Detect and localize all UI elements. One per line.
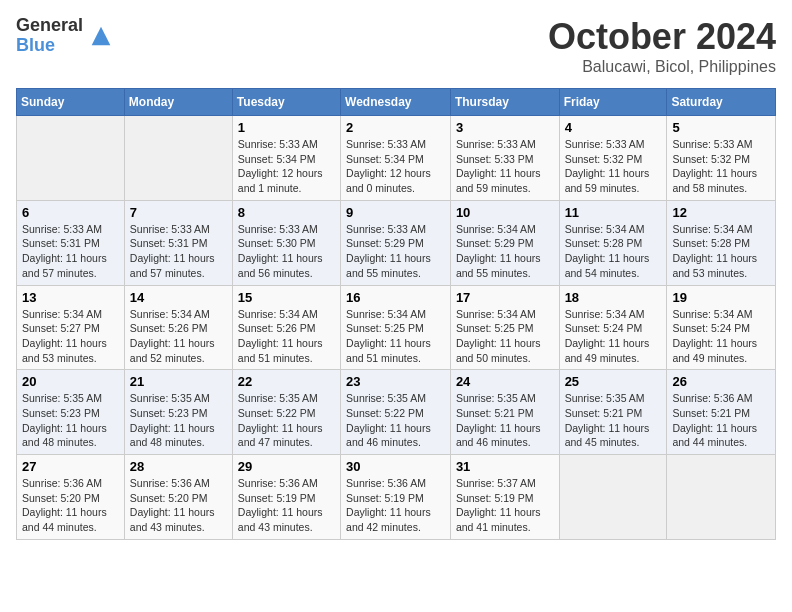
- calendar-cell: 27Sunrise: 5:36 AM Sunset: 5:20 PM Dayli…: [17, 455, 125, 540]
- day-info: Sunrise: 5:35 AM Sunset: 5:23 PM Dayligh…: [22, 392, 107, 448]
- calendar-cell: 9Sunrise: 5:33 AM Sunset: 5:29 PM Daylig…: [341, 200, 451, 285]
- day-info: Sunrise: 5:34 AM Sunset: 5:24 PM Dayligh…: [672, 308, 757, 364]
- day-number: 31: [456, 459, 554, 474]
- day-info: Sunrise: 5:36 AM Sunset: 5:19 PM Dayligh…: [346, 477, 431, 533]
- calendar-cell: 5Sunrise: 5:33 AM Sunset: 5:32 PM Daylig…: [667, 116, 776, 201]
- day-number: 7: [130, 205, 227, 220]
- weekday-header-sunday: Sunday: [17, 89, 125, 116]
- day-number: 26: [672, 374, 770, 389]
- calendar-table: SundayMondayTuesdayWednesdayThursdayFrid…: [16, 88, 776, 540]
- day-number: 17: [456, 290, 554, 305]
- day-number: 3: [456, 120, 554, 135]
- logo-general: General: [16, 16, 83, 36]
- weekday-header-saturday: Saturday: [667, 89, 776, 116]
- calendar-cell: 21Sunrise: 5:35 AM Sunset: 5:23 PM Dayli…: [124, 370, 232, 455]
- day-number: 24: [456, 374, 554, 389]
- weekday-header-monday: Monday: [124, 89, 232, 116]
- calendar-cell: 17Sunrise: 5:34 AM Sunset: 5:25 PM Dayli…: [450, 285, 559, 370]
- day-info: Sunrise: 5:34 AM Sunset: 5:26 PM Dayligh…: [238, 308, 323, 364]
- logo-blue: Blue: [16, 36, 83, 56]
- calendar-cell: 14Sunrise: 5:34 AM Sunset: 5:26 PM Dayli…: [124, 285, 232, 370]
- day-number: 23: [346, 374, 445, 389]
- day-info: Sunrise: 5:33 AM Sunset: 5:29 PM Dayligh…: [346, 223, 431, 279]
- day-info: Sunrise: 5:36 AM Sunset: 5:21 PM Dayligh…: [672, 392, 757, 448]
- calendar-cell: 19Sunrise: 5:34 AM Sunset: 5:24 PM Dayli…: [667, 285, 776, 370]
- subtitle: Balucawi, Bicol, Philippines: [548, 58, 776, 76]
- day-number: 11: [565, 205, 662, 220]
- day-info: Sunrise: 5:36 AM Sunset: 5:20 PM Dayligh…: [22, 477, 107, 533]
- day-number: 25: [565, 374, 662, 389]
- calendar-cell: 7Sunrise: 5:33 AM Sunset: 5:31 PM Daylig…: [124, 200, 232, 285]
- calendar-cell: 24Sunrise: 5:35 AM Sunset: 5:21 PM Dayli…: [450, 370, 559, 455]
- calendar-cell: 4Sunrise: 5:33 AM Sunset: 5:32 PM Daylig…: [559, 116, 667, 201]
- main-title: October 2024: [548, 16, 776, 58]
- day-info: Sunrise: 5:35 AM Sunset: 5:22 PM Dayligh…: [346, 392, 431, 448]
- day-info: Sunrise: 5:33 AM Sunset: 5:31 PM Dayligh…: [22, 223, 107, 279]
- day-number: 10: [456, 205, 554, 220]
- calendar-cell: 18Sunrise: 5:34 AM Sunset: 5:24 PM Dayli…: [559, 285, 667, 370]
- day-number: 4: [565, 120, 662, 135]
- calendar-week-1: 1Sunrise: 5:33 AM Sunset: 5:34 PM Daylig…: [17, 116, 776, 201]
- calendar-cell: [17, 116, 125, 201]
- day-info: Sunrise: 5:34 AM Sunset: 5:27 PM Dayligh…: [22, 308, 107, 364]
- day-info: Sunrise: 5:33 AM Sunset: 5:32 PM Dayligh…: [565, 138, 650, 194]
- calendar-cell: 3Sunrise: 5:33 AM Sunset: 5:33 PM Daylig…: [450, 116, 559, 201]
- day-info: Sunrise: 5:35 AM Sunset: 5:21 PM Dayligh…: [565, 392, 650, 448]
- day-number: 13: [22, 290, 119, 305]
- calendar-body: 1Sunrise: 5:33 AM Sunset: 5:34 PM Daylig…: [17, 116, 776, 540]
- calendar-cell: 10Sunrise: 5:34 AM Sunset: 5:29 PM Dayli…: [450, 200, 559, 285]
- logo-icon: [87, 22, 115, 50]
- day-number: 6: [22, 205, 119, 220]
- day-info: Sunrise: 5:35 AM Sunset: 5:22 PM Dayligh…: [238, 392, 323, 448]
- day-info: Sunrise: 5:36 AM Sunset: 5:20 PM Dayligh…: [130, 477, 215, 533]
- day-number: 9: [346, 205, 445, 220]
- weekday-header-tuesday: Tuesday: [232, 89, 340, 116]
- day-number: 27: [22, 459, 119, 474]
- day-number: 2: [346, 120, 445, 135]
- calendar-week-2: 6Sunrise: 5:33 AM Sunset: 5:31 PM Daylig…: [17, 200, 776, 285]
- day-info: Sunrise: 5:34 AM Sunset: 5:24 PM Dayligh…: [565, 308, 650, 364]
- calendar-cell: 26Sunrise: 5:36 AM Sunset: 5:21 PM Dayli…: [667, 370, 776, 455]
- day-info: Sunrise: 5:34 AM Sunset: 5:25 PM Dayligh…: [456, 308, 541, 364]
- day-info: Sunrise: 5:33 AM Sunset: 5:31 PM Dayligh…: [130, 223, 215, 279]
- weekday-header-thursday: Thursday: [450, 89, 559, 116]
- weekday-row: SundayMondayTuesdayWednesdayThursdayFrid…: [17, 89, 776, 116]
- calendar-cell: 2Sunrise: 5:33 AM Sunset: 5:34 PM Daylig…: [341, 116, 451, 201]
- logo: General Blue: [16, 16, 115, 56]
- weekday-header-friday: Friday: [559, 89, 667, 116]
- calendar-cell: 12Sunrise: 5:34 AM Sunset: 5:28 PM Dayli…: [667, 200, 776, 285]
- calendar-cell: 31Sunrise: 5:37 AM Sunset: 5:19 PM Dayli…: [450, 455, 559, 540]
- day-number: 5: [672, 120, 770, 135]
- calendar-cell: 15Sunrise: 5:34 AM Sunset: 5:26 PM Dayli…: [232, 285, 340, 370]
- calendar-week-3: 13Sunrise: 5:34 AM Sunset: 5:27 PM Dayli…: [17, 285, 776, 370]
- day-number: 14: [130, 290, 227, 305]
- calendar-cell: 6Sunrise: 5:33 AM Sunset: 5:31 PM Daylig…: [17, 200, 125, 285]
- day-number: 8: [238, 205, 335, 220]
- calendar-cell: 22Sunrise: 5:35 AM Sunset: 5:22 PM Dayli…: [232, 370, 340, 455]
- weekday-header-wednesday: Wednesday: [341, 89, 451, 116]
- calendar-cell: 11Sunrise: 5:34 AM Sunset: 5:28 PM Dayli…: [559, 200, 667, 285]
- day-info: Sunrise: 5:33 AM Sunset: 5:34 PM Dayligh…: [238, 138, 323, 194]
- day-info: Sunrise: 5:33 AM Sunset: 5:30 PM Dayligh…: [238, 223, 323, 279]
- calendar-week-4: 20Sunrise: 5:35 AM Sunset: 5:23 PM Dayli…: [17, 370, 776, 455]
- calendar-cell: 1Sunrise: 5:33 AM Sunset: 5:34 PM Daylig…: [232, 116, 340, 201]
- page-header: General Blue October 2024 Balucawi, Bico…: [16, 16, 776, 76]
- day-number: 29: [238, 459, 335, 474]
- day-number: 20: [22, 374, 119, 389]
- day-info: Sunrise: 5:33 AM Sunset: 5:33 PM Dayligh…: [456, 138, 541, 194]
- day-number: 15: [238, 290, 335, 305]
- calendar-cell: [124, 116, 232, 201]
- calendar-cell: 25Sunrise: 5:35 AM Sunset: 5:21 PM Dayli…: [559, 370, 667, 455]
- day-info: Sunrise: 5:33 AM Sunset: 5:34 PM Dayligh…: [346, 138, 431, 194]
- day-info: Sunrise: 5:33 AM Sunset: 5:32 PM Dayligh…: [672, 138, 757, 194]
- day-info: Sunrise: 5:35 AM Sunset: 5:21 PM Dayligh…: [456, 392, 541, 448]
- day-info: Sunrise: 5:37 AM Sunset: 5:19 PM Dayligh…: [456, 477, 541, 533]
- day-info: Sunrise: 5:34 AM Sunset: 5:28 PM Dayligh…: [672, 223, 757, 279]
- day-number: 18: [565, 290, 662, 305]
- calendar-cell: 13Sunrise: 5:34 AM Sunset: 5:27 PM Dayli…: [17, 285, 125, 370]
- day-number: 19: [672, 290, 770, 305]
- title-block: October 2024 Balucawi, Bicol, Philippine…: [548, 16, 776, 76]
- calendar-cell: [667, 455, 776, 540]
- calendar-cell: 29Sunrise: 5:36 AM Sunset: 5:19 PM Dayli…: [232, 455, 340, 540]
- day-number: 21: [130, 374, 227, 389]
